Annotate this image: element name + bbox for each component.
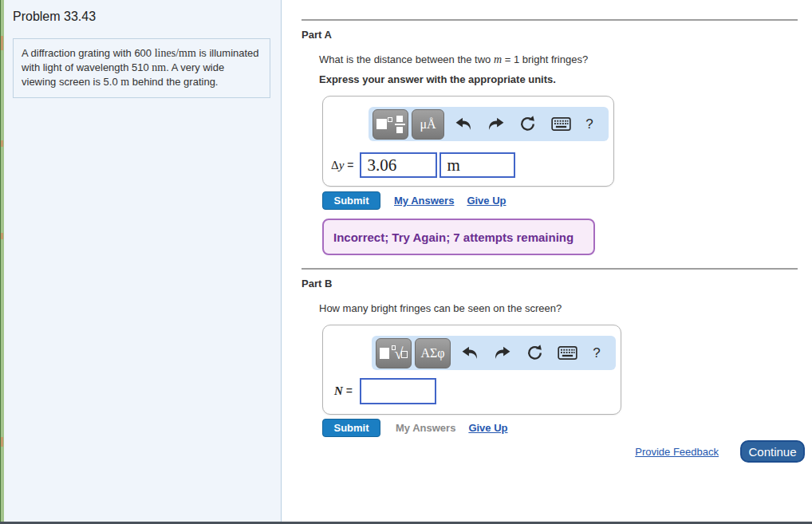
answer-label-n: N =: [334, 384, 353, 398]
strip-mark: [1, 36, 3, 50]
incorrect-feedback-text: Incorrect; Try Again; 7 attempts remaini…: [333, 230, 574, 244]
part-a-value-input[interactable]: [360, 152, 437, 178]
part-b-question: How many bright fringes can be seen on t…: [319, 302, 798, 314]
problem-text-seg: A diffraction grating with 600: [22, 47, 155, 59]
part-a-section: Part A What is the distance between the …: [302, 19, 798, 255]
part-b-my-answers-disabled: My Answers: [396, 422, 455, 434]
problem-unit: m: [120, 76, 129, 88]
part-a-answer-box: μÅ: [322, 96, 614, 187]
part-a-feedback-box: Incorrect; Try Again; 7 attempts remaini…: [322, 219, 595, 255]
redo-icon[interactable]: [487, 116, 505, 132]
answer-label-delta-y: Δy =: [331, 159, 353, 172]
strip-mark: [1, 233, 3, 239]
help-icon[interactable]: ?: [585, 116, 593, 132]
part-b-section: Part B How many bright fringes can be se…: [302, 268, 798, 437]
problem-unit: nm: [152, 61, 166, 73]
part-a-instruction: Express your answer with the appropriate…: [319, 73, 798, 85]
provide-feedback-link[interactable]: Provide Feedback: [635, 446, 719, 458]
units-palette-button[interactable]: μÅ: [412, 109, 444, 140]
part-b-submit-button[interactable]: Submit: [322, 419, 380, 437]
part-a-heading: Part A: [302, 29, 798, 41]
template-palette-button[interactable]: √: [376, 338, 412, 368]
part-b-answer-box: √ ΑΣφ: [322, 325, 621, 415]
part-b-give-up-link[interactable]: Give Up: [468, 422, 507, 434]
part-b-heading: Part B: [302, 278, 798, 290]
problem-text-seg: behind the grating.: [129, 76, 218, 88]
continue-button[interactable]: Continue: [740, 440, 805, 463]
section-divider: [302, 268, 798, 270]
undo-icon[interactable]: [455, 116, 472, 132]
keyboard-icon[interactable]: [558, 346, 577, 360]
problem-unit: lines/mm: [155, 47, 196, 59]
part-a-give-up-link[interactable]: Give Up: [467, 195, 506, 207]
strip-mark: [1, 140, 3, 147]
fraction-template-icon: [376, 116, 405, 133]
redo-icon[interactable]: [494, 345, 511, 360]
part-a-math-toolbar: μÅ: [369, 107, 609, 141]
part-a-my-answers-link[interactable]: My Answers: [394, 195, 454, 207]
reset-icon[interactable]: [519, 116, 536, 132]
problem-statement: A diffraction grating with 600 lines/mm …: [13, 38, 270, 98]
math-var-m: m: [494, 53, 502, 65]
section-divider: [302, 19, 798, 21]
part-b-value-input[interactable]: [360, 378, 436, 404]
footer-actions: Provide Feedback Continue: [0, 440, 805, 463]
part-a-submit-button[interactable]: Submit: [322, 191, 380, 210]
greek-palette-button[interactable]: ΑΣφ: [415, 338, 451, 368]
template-palette-button[interactable]: [372, 109, 408, 140]
page-title: Problem 33.43: [13, 10, 96, 24]
keyboard-icon[interactable]: [551, 117, 571, 131]
undo-icon[interactable]: [461, 345, 479, 360]
part-a-units-input[interactable]: [440, 152, 515, 178]
reset-icon[interactable]: [526, 345, 543, 361]
help-icon[interactable]: ?: [593, 345, 600, 361]
radical-template-icon: √: [380, 345, 408, 361]
part-a-question: What is the distance between the two m =…: [319, 53, 798, 66]
part-b-math-toolbar: √ ΑΣφ: [372, 336, 616, 370]
